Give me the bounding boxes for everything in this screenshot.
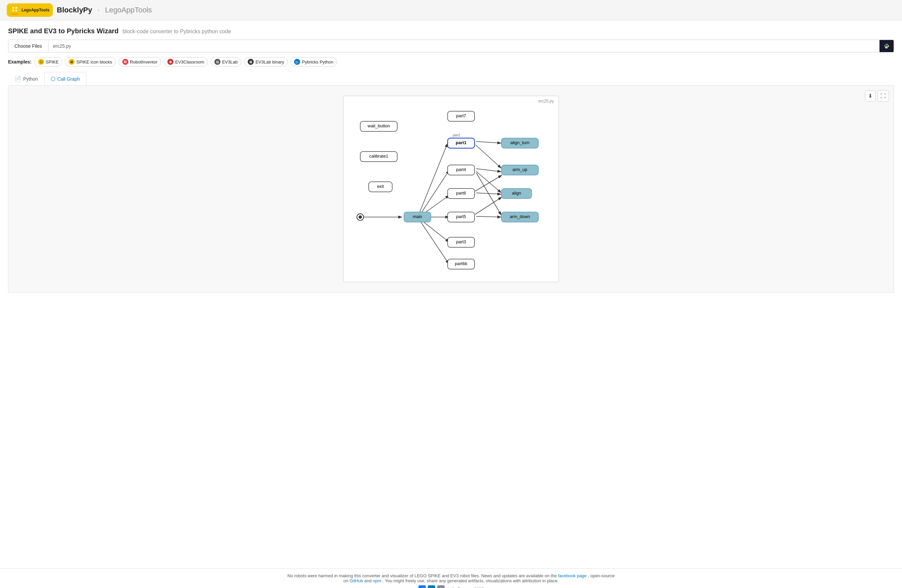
tab-callgraph[interactable]: ⬡ Call Graph <box>44 72 86 85</box>
facebook-icon[interactable]: f <box>418 585 426 588</box>
python-tab-label: Python <box>23 76 38 82</box>
logo-icon <box>10 5 19 15</box>
edge-part1-align-turn <box>476 141 501 143</box>
ev3lab-badge-icon: ⊟ <box>215 59 221 65</box>
edge-part4-arm-up <box>476 169 501 172</box>
call-graph-svg: wait_button calibrate1 exit part7 part1 … <box>350 103 552 274</box>
example-badge-spike-icon[interactable]: ⊞ SPIKE icon blocks <box>65 57 116 67</box>
ev3lab-binary-badge-label: EV3Lab binary <box>255 59 284 64</box>
node-part4-label: part4 <box>456 167 466 172</box>
node-part6-label: part6 <box>456 191 466 195</box>
app-name: BlocklyPy <box>57 6 92 14</box>
file-name-display: erc25.py <box>49 41 880 52</box>
content-area: ⬇ ⛶ erc25.py <box>8 86 894 292</box>
callgraph-tab-icon: ⬡ <box>51 76 55 82</box>
graph-filename: erc25.py <box>539 99 554 103</box>
example-badge-ev3classroom[interactable]: ⊗ EV3Classroom <box>164 57 208 67</box>
file-input-row: Choose Files erc25.py <box>8 40 894 52</box>
examples-label: Examples: <box>8 59 31 64</box>
page-title: SPIKE and EV3 to Pybricks Wizard block-c… <box>8 27 894 35</box>
linkedin-icon[interactable]: in <box>428 585 435 588</box>
svg-rect-4 <box>13 10 14 11</box>
edge-main-part6b <box>420 220 449 264</box>
node-calibrate1-label: calibrate1 <box>370 153 388 159</box>
facebook-page-link[interactable]: facebook page <box>558 573 586 578</box>
edge-main-part3 <box>421 220 449 242</box>
spike-badge-label: SPIKE <box>46 59 58 64</box>
examples-row: Examples: ⬡ SPIKE ⊞ SPIKE icon blocks M … <box>8 57 894 67</box>
example-badge-spike[interactable]: ⬡ SPIKE <box>34 57 62 67</box>
separator: · <box>97 6 99 14</box>
edge-part1-arm-up <box>476 145 501 168</box>
robot-inventor-badge-icon: M <box>122 59 128 65</box>
node-part6b-label: part6b <box>455 261 467 266</box>
node-align-label: align <box>512 191 521 195</box>
choose-files-button[interactable]: Choose Files <box>8 41 49 52</box>
spike-icon-badge-label: SPIKE icon blocks <box>76 59 112 64</box>
edge-main-part4 <box>421 170 449 214</box>
node-part3-label: part3 <box>456 239 466 244</box>
logo-text: LegoAppTools <box>22 8 49 13</box>
edge-part4-align <box>476 171 501 193</box>
footer: No robots were harmed in making this con… <box>0 568 902 588</box>
footer-text-line2: on GitHub and npm . You might freely use… <box>7 578 895 583</box>
edge-main-part1 <box>419 143 448 214</box>
robot-inventor-badge-label: RobotInventor <box>130 59 158 64</box>
node-arm-down-label: arm_down <box>510 214 530 219</box>
example-badge-ev3lab-binary[interactable]: ⊞ EV3Lab binary <box>244 57 288 67</box>
svg-rect-5 <box>16 10 17 11</box>
tab-python[interactable]: 📄 Python <box>8 72 44 85</box>
mail-icon[interactable]: ✉ <box>437 585 445 588</box>
node-exit-label: exit <box>377 184 384 189</box>
content-toolbar: ⬇ ⛶ <box>865 91 889 102</box>
download-button[interactable]: ⬇ <box>865 91 875 102</box>
python-tab-icon: 📄 <box>14 76 21 82</box>
example-badge-pybricks[interactable]: ▷ Pybricks Python <box>290 57 337 67</box>
node-part1-tooltip: part1 <box>453 133 460 137</box>
pybricks-badge-icon: ▷ <box>294 59 300 65</box>
tabs: 📄 Python ⬡ Call Graph <box>8 72 894 86</box>
logo-badge[interactable]: LegoAppTools <box>7 3 53 17</box>
callgraph-tab-label: Call Graph <box>58 76 80 82</box>
ev3classroom-badge-icon: ⊗ <box>168 59 174 65</box>
npm-link[interactable]: npm <box>373 578 381 583</box>
example-badge-robot-inventor[interactable]: M RobotInventor <box>119 57 161 67</box>
ev3classroom-badge-label: EV3Classroom <box>175 59 204 64</box>
spike-badge-icon: ⬡ <box>38 59 44 65</box>
node-wait-button-label: wait_button <box>367 123 390 128</box>
node-align-turn-label: align_turn <box>510 140 529 145</box>
svg-rect-2 <box>13 7 14 9</box>
svg-rect-1 <box>11 13 18 15</box>
github-link[interactable]: GitHub <box>349 578 363 583</box>
expand-button[interactable]: ⛶ <box>877 91 889 102</box>
pybricks-badge-label: Pybricks Python <box>302 59 333 64</box>
node-arm-up-label: arm_up <box>512 167 527 172</box>
graph-svg-wrapper: erc25.py <box>343 96 559 282</box>
svg-rect-0 <box>10 5 19 13</box>
start-inner-circle <box>359 215 362 219</box>
spike-icon-badge-icon: ⊞ <box>69 59 75 65</box>
footer-text-line1: No robots were harmed in making this con… <box>7 573 895 578</box>
edge-part5-align <box>475 197 502 214</box>
node-part5-label: part5 <box>456 214 466 219</box>
footer-social-links: f in ✉ Attila Farago, 2025 <box>7 585 895 588</box>
app-org: LegoAppTools <box>105 6 152 14</box>
graph-container: erc25.py <box>15 92 887 286</box>
main-content: SPIKE and EV3 to Pybricks Wizard block-c… <box>0 20 902 568</box>
python-icon-button[interactable] <box>880 40 894 52</box>
svg-rect-3 <box>16 7 17 9</box>
node-part1-label: part1 <box>456 140 467 145</box>
python-icon <box>883 42 890 50</box>
ev3lab-binary-badge-icon: ⊞ <box>248 59 254 65</box>
header: LegoAppTools BlocklyPy · LegoAppTools <box>0 0 902 20</box>
svg-rect-6 <box>883 42 890 50</box>
node-part7-label: part7 <box>456 113 466 118</box>
ev3lab-badge-label: EV3Lab <box>222 59 238 64</box>
example-badge-ev3lab[interactable]: ⊟ EV3Lab <box>211 57 241 67</box>
node-main-label: main <box>413 214 422 219</box>
footer-author: Attila Farago, 2025 <box>446 586 484 588</box>
edge-part5-arm-down <box>476 216 501 217</box>
